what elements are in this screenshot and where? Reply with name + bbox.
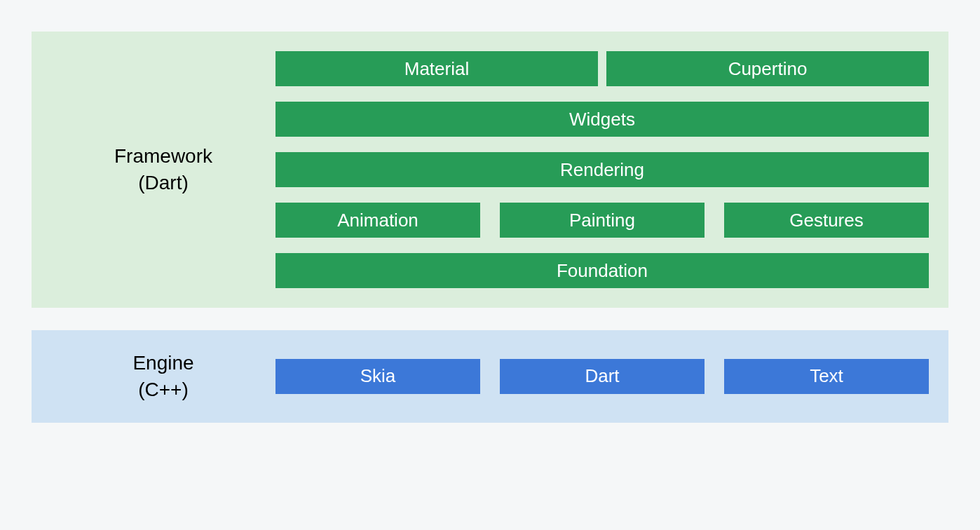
framework-row-1: Widgets [275, 102, 929, 137]
box-foundation: Foundation [275, 253, 929, 288]
engine-label: Engine (C++) [51, 350, 275, 403]
box-text: Text [724, 359, 929, 394]
framework-title-line2: (Dart) [51, 170, 275, 196]
framework-title-line1: Framework [51, 143, 275, 170]
framework-content: Material Cupertino Widgets Rendering Ani… [275, 51, 929, 288]
framework-label: Framework (Dart) [51, 143, 275, 196]
framework-row-3: Animation Painting Gestures [275, 203, 929, 238]
box-skia: Skia [275, 359, 480, 394]
box-painting: Painting [500, 203, 705, 238]
box-cupertino: Cupertino [606, 51, 929, 86]
box-rendering: Rendering [275, 152, 929, 187]
engine-title-line2: (C++) [51, 376, 275, 403]
engine-title-line1: Engine [51, 350, 275, 376]
box-dart: Dart [500, 359, 705, 394]
box-gestures: Gestures [724, 203, 929, 238]
box-animation: Animation [275, 203, 480, 238]
engine-section: Engine (C++) Skia Dart Text [32, 330, 948, 423]
framework-row-4: Foundation [275, 253, 929, 288]
framework-row-0: Material Cupertino [275, 51, 929, 86]
engine-row-0: Skia Dart Text [275, 359, 929, 394]
framework-section: Framework (Dart) Material Cupertino Widg… [32, 32, 948, 308]
box-widgets: Widgets [275, 102, 929, 137]
framework-row-2: Rendering [275, 152, 929, 187]
box-material: Material [275, 51, 598, 86]
engine-content: Skia Dart Text [275, 359, 929, 394]
